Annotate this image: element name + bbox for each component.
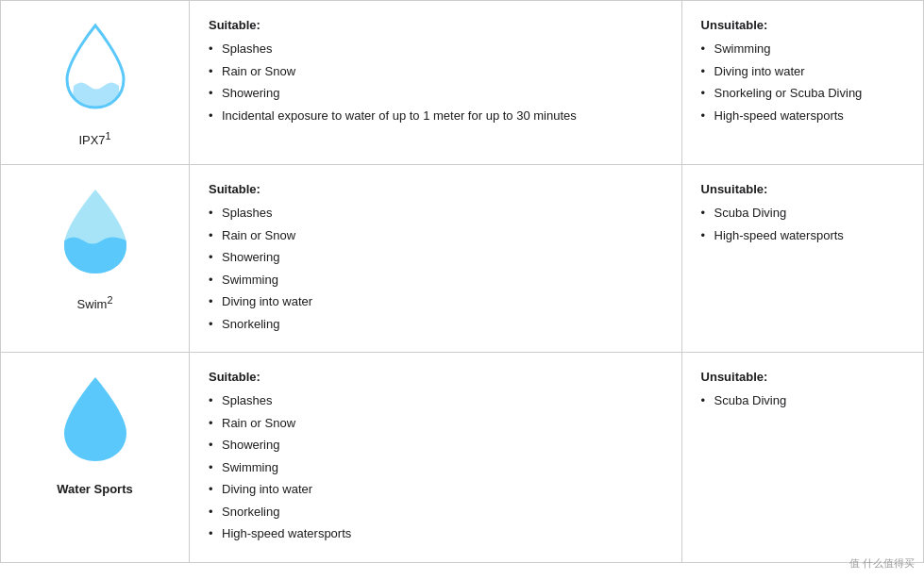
suitable-title-ipx7: Suitable:	[209, 18, 663, 32]
suitable-list-ipx7: SplashesRain or SnowShoweringIncidental …	[209, 38, 663, 126]
list-item: High-speed watersports	[701, 224, 904, 247]
unsuitable-cell-ipx7: Unsuitable:SwimmingDiving into waterSnor…	[681, 1, 923, 165]
suitable-list-water-sports: SplashesRain or SnowShoweringSwimmingDiv…	[209, 389, 663, 545]
superscript-ipx7: 1	[106, 130, 111, 141]
unsuitable-title-ipx7: Unsuitable:	[701, 18, 904, 32]
unsuitable-list-ipx7: SwimmingDiving into waterSnorkeling or S…	[701, 38, 904, 126]
list-item: Scuba Diving	[701, 389, 904, 412]
water-drop-icon-water-sports	[53, 370, 138, 473]
list-item: Splashes	[209, 38, 663, 60]
list-item: Snorkeling or Scuba Diving	[701, 82, 904, 105]
list-item: Incidental exposure to water of up to 1 …	[209, 105, 663, 127]
superscript-swim: 2	[107, 294, 112, 306]
list-item: Showering	[209, 246, 663, 269]
table-row-ipx7: IPX71Suitable:SplashesRain or SnowShower…	[1, 1, 924, 165]
list-item: Splashes	[209, 202, 663, 224]
list-item: Rain or Snow	[209, 60, 663, 83]
list-item: Showering	[209, 434, 663, 456]
unsuitable-list-swim: Scuba DivingHigh-speed watersports	[701, 202, 904, 246]
list-item: Swimming	[209, 269, 663, 291]
list-item: High-speed watersports	[701, 105, 904, 127]
water-resistance-table: IPX71Suitable:SplashesRain or SnowShower…	[0, 0, 924, 563]
list-item: Showering	[209, 82, 663, 105]
watermark: 值 什么值得买	[849, 556, 915, 571]
list-item: Swimming	[701, 38, 904, 60]
footnotes-section: 1. Activities in this row also apply to …	[0, 563, 924, 580]
table-row-water-sports: Water SportsSuitable:SplashesRain or Sno…	[1, 353, 924, 563]
rating-label-swim: Swim2	[20, 294, 170, 311]
rating-label-water-sports: Water Sports	[20, 482, 170, 496]
table-row-swim: Swim2Suitable:SplashesRain or SnowShower…	[1, 165, 924, 353]
water-drop-icon-ipx7	[53, 18, 138, 122]
list-item: Snorkeling	[209, 501, 663, 523]
list-item: Rain or Snow	[209, 412, 663, 435]
footnote-1: 1. Activities in this row also apply to …	[19, 576, 905, 580]
suitable-title-water-sports: Suitable:	[209, 370, 663, 384]
list-item: Swimming	[209, 456, 663, 479]
list-item: Diving into water	[209, 478, 663, 501]
list-item: Splashes	[209, 389, 663, 412]
water-drop-icon-swim	[53, 182, 138, 286]
suitable-cell-water-sports: Suitable:SplashesRain or SnowShoweringSw…	[190, 353, 682, 563]
unsuitable-cell-water-sports: Unsuitable:Scuba Diving	[681, 353, 923, 563]
list-item: Rain or Snow	[209, 224, 663, 247]
list-item: Diving into water	[701, 60, 904, 83]
unsuitable-list-water-sports: Scuba Diving	[701, 389, 904, 412]
icon-cell-water-sports: Water Sports	[1, 353, 190, 563]
unsuitable-cell-swim: Unsuitable:Scuba DivingHigh-speed waters…	[681, 165, 923, 353]
suitable-cell-ipx7: Suitable:SplashesRain or SnowShoweringIn…	[190, 1, 682, 165]
suitable-cell-swim: Suitable:SplashesRain or SnowShoweringSw…	[190, 165, 682, 353]
list-item: Scuba Diving	[701, 202, 904, 224]
icon-cell-ipx7: IPX71	[1, 1, 190, 165]
list-item: High-speed watersports	[209, 522, 663, 545]
rating-label-ipx7: IPX71	[20, 130, 170, 147]
suitable-title-swim: Suitable:	[209, 182, 663, 196]
list-item: Snorkeling	[209, 313, 663, 336]
suitable-list-swim: SplashesRain or SnowShoweringSwimmingDiv…	[209, 202, 663, 335]
list-item: Diving into water	[209, 290, 663, 313]
unsuitable-title-swim: Unsuitable:	[701, 182, 904, 196]
icon-cell-swim: Swim2	[1, 165, 190, 353]
unsuitable-title-water-sports: Unsuitable:	[701, 370, 904, 384]
